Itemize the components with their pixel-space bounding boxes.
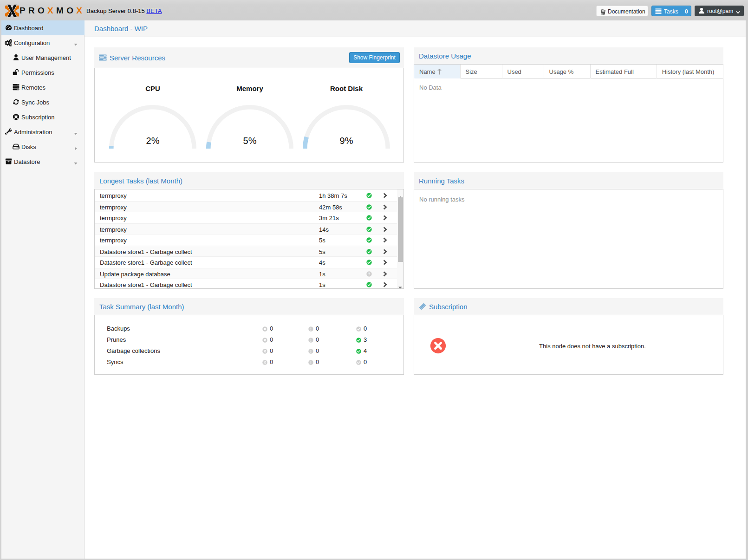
svg-text:?: ? <box>368 272 370 276</box>
